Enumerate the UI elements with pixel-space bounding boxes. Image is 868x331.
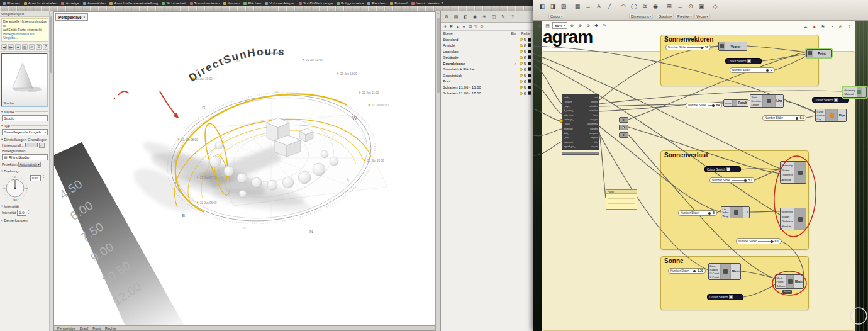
- palette-icon[interactable]: ▧: [22, 44, 28, 50]
- arc-icon[interactable]: ◠: [618, 1, 628, 11]
- sunpath-input-port[interactable]: north_: [564, 96, 576, 99]
- layer-on-lightbulb-icon[interactable]: [520, 50, 523, 53]
- layer-row[interactable]: Standard: [441, 36, 533, 43]
- preview-dropdown[interactable]: Preview▾: [676, 14, 694, 19]
- sunpath-input-port[interactable]: projection_: [564, 127, 576, 131]
- section-remarks[interactable]: ▸Bemerkungen: [0, 216, 50, 223]
- background-image-field[interactable]: ▦ RhinoStudio: [2, 154, 48, 160]
- colour-swatch[interactable]: Colour Swatch: [725, 58, 762, 64]
- layer-color-swatch[interactable]: [528, 62, 531, 65]
- layer-color-swatch[interactable]: [528, 79, 531, 83]
- menu-item[interactable]: Auswählen: [83, 1, 106, 5]
- layer-on-lightbulb-icon[interactable]: [520, 86, 523, 89]
- layer-color-swatch[interactable]: [528, 74, 531, 77]
- layer-color-swatch[interactable]: [528, 67, 531, 71]
- layer-lock-icon[interactable]: [524, 44, 526, 47]
- layer-on-lightbulb-icon[interactable]: [520, 92, 523, 95]
- section-name[interactable]: ▾Name: [0, 108, 50, 115]
- viewport-tab-item[interactable]: Front: [92, 327, 101, 330]
- sunpath-output-port[interactable]: vis_set: [587, 145, 598, 149]
- zoom-out-icon[interactable]: ⊖: [577, 22, 584, 29]
- sunpath-output-port[interactable]: vectors: [587, 100, 598, 104]
- menu-icon[interactable]: ≡: [36, 44, 42, 50]
- grasshopper-canvas[interactable]: agram ▣ ▤ 85%▾ ⊕ ⊖ ⊙ ✚ ✎ ☁ ● ⚑ ◔ ⊘ ?: [533, 21, 868, 331]
- dimension-icon[interactable]: ↔: [583, 1, 593, 11]
- help-tab-icon[interactable]: ?: [508, 13, 517, 21]
- value-result-component[interactable]: Value Result: [723, 99, 748, 107]
- pipe-component[interactable]: CurveRadiusCap Pipe: [815, 109, 847, 122]
- layer-on-lightbulb-icon[interactable]: [520, 38, 523, 41]
- up-icon[interactable]: ▲: [15, 44, 21, 50]
- dimensions-dropdown[interactable]: Dimensions▾: [629, 14, 653, 19]
- menu-item[interactable]: Transformieren: [190, 1, 220, 5]
- search-icon[interactable]: ⊙: [480, 24, 483, 29]
- menu-item[interactable]: Ansicht einstellen: [24, 1, 58, 5]
- intensity-field[interactable]: 1.0: [17, 210, 26, 216]
- vector-dropdown[interactable]: Vector▾: [694, 14, 710, 19]
- text-tag-icon[interactable]: A: [594, 1, 604, 11]
- menu-item[interactable]: Entwurf: [390, 1, 407, 5]
- number-slider[interactable]: Number Slider2: [730, 67, 775, 73]
- custom-preview-component[interactable]: GeometryShaderThicknessAbsolute: [780, 161, 806, 184]
- viewport-tab-item[interactable]: Drauf: [80, 327, 88, 330]
- sun-tab-icon[interactable]: ☀: [480, 13, 489, 21]
- move-up-icon[interactable]: ▲: [455, 25, 459, 29]
- menu-item[interactable]: Neu in Version 7: [411, 1, 443, 5]
- layer-color-swatch[interactable]: [528, 55, 531, 59]
- layer-row[interactable]: Pool: [441, 79, 533, 85]
- sunpath-output-port[interactable]: hoys: [587, 113, 598, 117]
- sketch-icon[interactable]: ✎: [601, 22, 608, 29]
- rhino-toolbar-icons[interactable]: [0, 6, 533, 11]
- sunpath-output-port[interactable]: analemma: [587, 122, 598, 126]
- layer-color-swatch[interactable]: [528, 43, 531, 47]
- sunpath-input-port[interactable]: _location: [564, 100, 576, 104]
- colour-swatch[interactable]: Colour Swatch: [704, 166, 741, 172]
- number-slider[interactable]: Number Slider0.20: [668, 268, 706, 274]
- number-slider[interactable]: Number Slider64: [686, 103, 722, 108]
- field-icon[interactable]: ◇: [710, 1, 720, 11]
- layer-color-swatch[interactable]: [528, 86, 531, 89]
- sunpath-output-port[interactable]: out: [587, 96, 598, 99]
- rotation-dial[interactable]: 0° 90° 180° 270°: [2, 175, 28, 201]
- colour-swatch-icon[interactable]: ◧: [537, 1, 547, 11]
- materials-tab-icon[interactable]: ◉: [470, 13, 479, 21]
- viewport-tab-item[interactable]: Perspektive: [57, 327, 75, 330]
- pan-icon[interactable]: ✚: [593, 22, 600, 29]
- layer-on-lightbulb-icon[interactable]: [520, 80, 523, 83]
- forward-icon[interactable]: ▶: [8, 44, 14, 50]
- layer-lock-icon[interactable]: [524, 80, 526, 83]
- layer-lock-icon[interactable]: [524, 92, 526, 95]
- layer-on-lightbulb-icon[interactable]: [520, 74, 523, 77]
- panel-component[interactable]: Panel: [606, 189, 637, 210]
- layer-row[interactable]: Lageplan: [441, 48, 533, 55]
- menu-item[interactable]: Kurven: [223, 1, 240, 5]
- sunpath-output-port[interactable]: title: [587, 140, 598, 144]
- intensity-stepper[interactable]: ▲▼: [28, 210, 30, 215]
- projection-dropdown[interactable]: Automatisch ▾: [18, 162, 40, 167]
- list-item-component[interactable]: ListIndexWrap i: [721, 206, 750, 218]
- notes-tab-icon[interactable]: ✎: [499, 13, 508, 21]
- mesh-icon[interactable]: ⊞: [664, 1, 674, 11]
- section-rotation[interactable]: ▾Drehung: [0, 167, 50, 174]
- param-component[interactable]: [619, 125, 628, 130]
- layer-row[interactable]: Schatten 21.06 - 17:00: [441, 91, 533, 97]
- zoom-in-icon[interactable]: ⊕: [569, 22, 576, 29]
- layer-lock-icon[interactable]: [524, 68, 526, 71]
- sunpath-input-port[interactable]: legend_par_: [564, 145, 576, 149]
- viewport-tab-item[interactable]: Rechts: [105, 327, 116, 330]
- layer-row[interactable]: Gebäude: [441, 55, 533, 61]
- number-slider[interactable]: Number Slider52: [665, 45, 711, 50]
- layer-color-swatch[interactable]: [528, 38, 531, 42]
- help-icon[interactable]: ?: [43, 44, 48, 50]
- sunpath-input-port[interactable]: _scale_: [564, 122, 576, 126]
- menu-item[interactable]: Anzeige: [61, 1, 79, 5]
- point-icon[interactable]: ⊙: [686, 1, 696, 11]
- name-field[interactable]: Studio: [2, 115, 48, 121]
- layer-on-lightbulb-icon[interactable]: [520, 44, 523, 47]
- image-icon[interactable]: ▦: [572, 1, 582, 11]
- rotation-stepper[interactable]: ▲▼: [43, 175, 45, 179]
- colour-swatch[interactable]: Colour Swatch: [707, 294, 743, 300]
- save-icon[interactable]: ▣: [536, 22, 543, 29]
- more-button[interactable]: ···: [39, 143, 45, 148]
- number-slider[interactable]: Number Slider5.1: [709, 177, 755, 183]
